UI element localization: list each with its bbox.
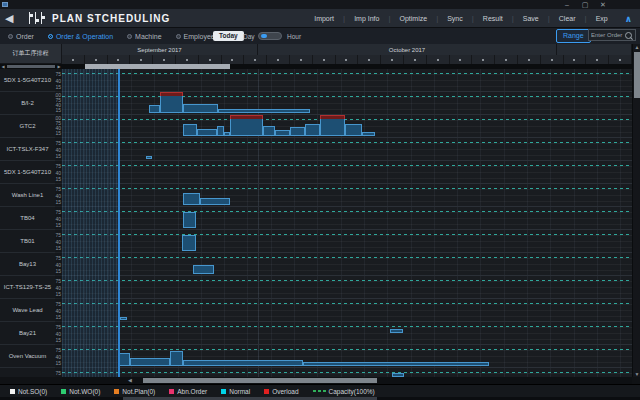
gantt-bar[interactable] — [149, 105, 160, 113]
maximize-button[interactable]: ▢ — [576, 0, 594, 9]
resource-row-label[interactable]: TB01 — [0, 230, 55, 253]
label-scrollbar-thumb[interactable] — [7, 65, 55, 68]
gantt-bar[interactable] — [345, 124, 362, 136]
gantt-bar[interactable] — [217, 126, 224, 136]
gantt-bar[interactable] — [170, 351, 183, 366]
range-button[interactable]: Range — [556, 29, 591, 43]
order-search-input[interactable] — [589, 32, 625, 38]
view-radio-machine[interactable]: Machine — [127, 33, 161, 40]
row-scale: 100754015 — [55, 92, 62, 115]
chart-vscrollbar-thumb[interactable] — [634, 52, 640, 98]
scroll-down-icon[interactable]: ▼ — [633, 371, 640, 377]
day-hour-toggle[interactable] — [258, 32, 282, 40]
menu-item-optimize[interactable]: Optimize — [391, 15, 437, 22]
gantt-bar[interactable] — [118, 353, 130, 366]
menu-item-sync[interactable]: Sync — [438, 15, 472, 22]
menu-item-clear[interactable]: Clear — [550, 15, 585, 22]
gantt-bar[interactable] — [303, 362, 489, 366]
resource-row-label[interactable]: ICT-TSLX-F347 — [0, 138, 55, 161]
view-radio-employee[interactable]: Employee — [176, 33, 215, 40]
capacity-line — [62, 372, 632, 373]
chart-vscrollbar[interactable]: ▲ ▼ — [632, 44, 640, 377]
resource-name: Bay13 — [19, 261, 36, 267]
gantt-bar-overload[interactable] — [230, 115, 263, 136]
scroll-left-icon[interactable]: ◀ — [128, 377, 132, 384]
day-tick-cell — [336, 55, 359, 64]
radio-icon — [48, 34, 53, 39]
view-radio-group: OrderOrder & OperationMachineEmployee — [8, 28, 215, 44]
resource-row-label[interactable]: Wave Lead — [0, 299, 55, 322]
legend-item: Not.SO(0) — [10, 388, 47, 395]
view-radio-order-operation[interactable]: Order & Operation — [48, 33, 113, 40]
gantt-bar[interactable] — [392, 373, 404, 377]
resource-row-label[interactable]: Oven Vacuum — [0, 345, 55, 368]
resource-row-label[interactable]: TB04 — [0, 207, 55, 230]
scroll-up-icon[interactable]: ▲ — [633, 44, 640, 50]
menu-item-save[interactable]: Save — [514, 15, 548, 22]
toggle-knob[interactable] — [261, 34, 267, 38]
gantt-bar[interactable] — [183, 212, 196, 228]
back-icon[interactable]: ◀ — [5, 12, 13, 25]
gantt-bar[interactable] — [200, 198, 230, 205]
resource-name: TB01 — [20, 238, 34, 244]
gantt-bar[interactable] — [130, 358, 170, 366]
menu-item-import[interactable]: Import — [305, 15, 343, 22]
month-header — [557, 44, 632, 55]
scale-tick-label: 15 — [55, 108, 61, 113]
gantt-bar[interactable] — [275, 130, 290, 136]
chart-hscrollbar[interactable]: ◀ — [62, 377, 632, 384]
gantt-bar[interactable] — [120, 317, 127, 320]
row-scale: 754015 — [55, 299, 62, 322]
overload-cap — [160, 92, 183, 96]
day-tick-cell — [313, 55, 336, 64]
order-search-box — [588, 29, 636, 41]
row-scale: 754015 — [55, 230, 62, 253]
close-button[interactable]: ✕ — [594, 0, 612, 9]
resource-row-label[interactable]: 5DX 1-5G40T210 — [0, 161, 55, 184]
resource-row-label[interactable]: GTC2 — [0, 115, 55, 138]
gantt-bar[interactable] — [390, 329, 403, 333]
view-radio-order[interactable]: Order — [8, 33, 34, 40]
legend-label: Normal — [229, 388, 250, 395]
gantt-bar[interactable] — [183, 193, 200, 205]
gantt-bar[interactable] — [362, 132, 375, 136]
gantt-bar[interactable] — [183, 360, 303, 366]
resource-row-label[interactable]: 5DX 1-5G40T210 — [0, 69, 55, 92]
gantt-bar-overload[interactable] — [160, 92, 183, 113]
search-icon[interactable] — [625, 32, 632, 39]
row-scale: 100754015 — [55, 115, 62, 138]
gantt-bar[interactable] — [146, 156, 152, 159]
gantt-bar[interactable] — [182, 235, 196, 251]
menu-item-exp[interactable]: Exp — [587, 15, 617, 22]
gantt-bar[interactable] — [263, 126, 275, 136]
collapse-toolbar-icon[interactable]: ∧ — [617, 14, 636, 24]
resource-row-label[interactable]: Bay13 — [0, 253, 55, 276]
gantt-bar[interactable] — [183, 104, 218, 113]
gantt-bar[interactable] — [193, 265, 214, 274]
resource-row-label[interactable]: ICT-TS129-TS-25 — [0, 276, 55, 299]
menu-item-imp-info[interactable]: Imp Info — [345, 15, 388, 22]
gantt-bar[interactable] — [183, 124, 197, 136]
resource-name: Wave Lead — [12, 307, 42, 313]
scale-tick-label: 15 — [55, 85, 61, 90]
gantt-row — [62, 92, 632, 115]
resource-row-label[interactable]: Wash Line1 — [0, 184, 55, 207]
resource-row-label[interactable]: Bay05 — [0, 368, 55, 377]
radio-icon — [176, 34, 181, 39]
capacity-line — [62, 119, 632, 120]
chart-hscrollbar-thumb[interactable] — [143, 378, 377, 383]
day-tick-cell — [427, 55, 450, 64]
gantt-bar[interactable] — [290, 127, 305, 136]
today-button[interactable]: Today — [213, 31, 244, 41]
gantt-bar[interactable] — [218, 109, 310, 113]
scale-tick-label: 15 — [55, 177, 61, 182]
minimize-button[interactable]: – — [558, 0, 576, 9]
gantt-bar-overload[interactable] — [320, 115, 345, 136]
gantt-bar[interactable] — [197, 129, 217, 136]
day-tick-cell — [450, 55, 473, 64]
menu-item-result[interactable]: Result — [474, 15, 512, 22]
gantt-bar[interactable] — [305, 124, 320, 136]
resource-row-label[interactable]: Bay21 — [0, 322, 55, 345]
resource-row-label[interactable]: B/I-2 — [0, 92, 55, 115]
row-scale: 754015 — [55, 253, 62, 276]
